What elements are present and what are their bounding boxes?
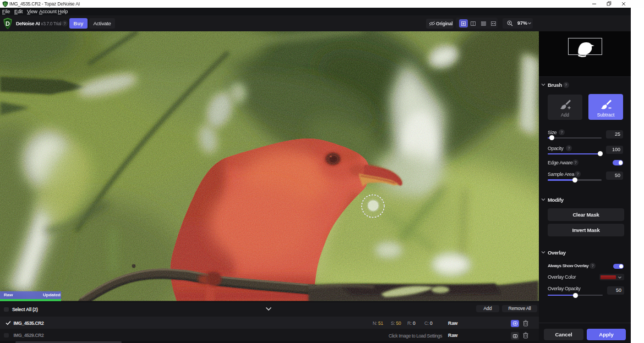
svg-text:D: D [4, 2, 7, 6]
svg-text:D: D [6, 20, 10, 27]
